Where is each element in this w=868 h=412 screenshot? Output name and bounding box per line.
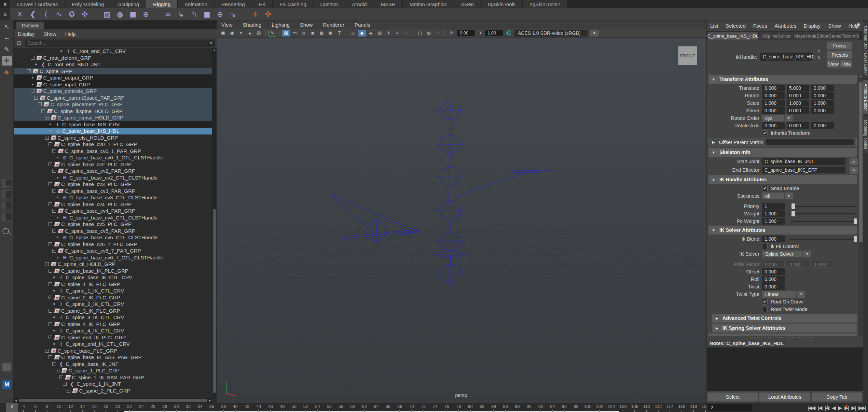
paint-skin-weights-icon[interactable]: ◍ <box>115 10 125 19</box>
scale-z-field[interactable]: 1.000 <box>811 100 834 106</box>
frame-tick-label[interactable]: 114 <box>666 404 674 409</box>
frame-tick-label[interactable]: 6 <box>34 404 37 409</box>
weight-field[interactable]: 1.000 <box>762 210 785 217</box>
section-skeleton-info[interactable]: ▼Skeleton Info <box>708 148 857 157</box>
aim-constraint-icon[interactable]: ⊕ <box>215 10 225 19</box>
frame-tick-label[interactable]: 98 <box>574 404 578 409</box>
tree-item-c-spine-base-cv2-par-grp[interactable]: −➤C_spine_base_cv2_PAR_GRP <box>14 168 212 174</box>
frame-tick-label[interactable]: 68 <box>397 404 402 409</box>
scroll-up-icon[interactable]: ▲ <box>212 48 217 52</box>
tree-item-c-spine-1-plc-grp[interactable]: −➤C_spine_1_PLC_GRP <box>14 367 212 374</box>
frame-tick-label[interactable]: 2 <box>11 404 13 409</box>
frame-tick-label[interactable]: 86 <box>503 404 508 409</box>
pin-icon[interactable] <box>856 23 860 28</box>
shelf-tab-ngskintools2[interactable]: ngSkinTools2 <box>523 0 567 8</box>
roll-field[interactable]: 0.000 <box>762 276 785 283</box>
frame-tick-label[interactable]: 38 <box>221 404 226 409</box>
section-ik-handle-attributes[interactable]: ▼IK Handle Attributes <box>708 175 857 184</box>
frame-tick-label[interactable]: 100 <box>584 404 592 409</box>
hscroll-thumb[interactable] <box>19 399 207 402</box>
front-camera-plane[interactable]: FRONT <box>678 46 697 65</box>
layout-preset-icon[interactable] <box>2 190 11 198</box>
tree-item-c-spine-base-cv6-7-par-grp[interactable]: −➤C_spine_base_cv6_7_PAR_GRP <box>14 247 212 254</box>
select-tool-icon[interactable]: ↖ <box>2 22 12 32</box>
tree-item-c-spine-end-ik-ctl-crv[interactable]: ≀C_spine_end_IK_CTL_CRV <box>14 341 212 347</box>
tree-item-c-spine-1-ik-plc-grp[interactable]: −➤C_spine_1_IK_PLC_GRP <box>14 281 212 288</box>
translate-y-field[interactable]: 5.000 <box>787 85 809 91</box>
frame-tick-label[interactable]: 60 <box>350 404 355 409</box>
expander-icon[interactable]: − <box>49 142 52 146</box>
menu-hamburger-icon[interactable]: ≡ <box>0 0 10 8</box>
tree-item-c-spine-output-grp[interactable]: ➤C_spine_output_GRP <box>14 74 212 81</box>
image-plane-icon[interactable]: ▤ <box>255 30 263 37</box>
shelf-tab-xgen[interactable]: XGen <box>454 0 481 8</box>
view-transform-caret-icon[interactable]: ▼ <box>590 30 599 37</box>
viewport-menu-lighting[interactable]: Lighting <box>272 22 290 28</box>
step-forward-key-button[interactable]: ▶| <box>844 405 849 411</box>
soft-mod-icon[interactable]: ◈ <box>2 67 12 77</box>
expander-icon[interactable]: − <box>63 382 67 386</box>
snap-enable-checkbox[interactable]: ✔ <box>762 186 768 191</box>
frame-tick-label[interactable]: 76 <box>444 404 449 409</box>
tree-item-c-spine-base-ik-jnt[interactable]: −❮C_spine_base_IK_JNT <box>14 361 212 368</box>
expander-icon[interactable]: − <box>38 102 42 106</box>
hide-button[interactable]: Hide <box>840 60 852 68</box>
move-tool-icon[interactable]: ✛ <box>2 56 12 66</box>
shelf-tab-rendering[interactable]: Rendering <box>215 0 252 8</box>
tree-item-c-spine-1-ik-jnt[interactable]: −❮C_spine_1_IK_JNT <box>14 381 212 387</box>
ik-solver-dropdown[interactable]: Spline Solver <box>762 251 802 257</box>
tree-item-c-spine-base-cv2-ctl-clsthandle[interactable]: ⊕C_spine_base_cv2_CTL_CLSTHandle <box>14 174 212 181</box>
section-transform-attributes[interactable]: ▼Transform Attributes <box>708 75 857 84</box>
film-gate-icon[interactable]: ▭ <box>291 30 299 37</box>
presets-button[interactable]: Presets <box>827 51 852 59</box>
load-next-icon[interactable]: ↳ <box>816 55 822 60</box>
frame-tick-label[interactable]: 58 <box>339 404 343 409</box>
shelf-tab-sculpting[interactable]: Sculpting <box>111 0 146 8</box>
frame-tick-label[interactable]: 26 <box>151 404 155 409</box>
tree-item-c-spine-base-cv5-par-grp[interactable]: −➤C_spine_base_cv5_PAR_GRP <box>14 228 212 235</box>
frame-tick-label[interactable]: 90 <box>526 404 531 409</box>
tree-item-c-spine-base-cv5-plc-grp[interactable]: −➤C_spine_base_cv5_PLC_GRP <box>14 221 212 228</box>
lock-camera-icon[interactable]: ◉ <box>228 30 236 37</box>
point-constraint-icon[interactable]: ↳ <box>176 10 186 19</box>
play-backwards-button[interactable]: ◀ <box>831 405 836 411</box>
stickiness-dropdown[interactable]: off <box>762 193 784 199</box>
ae-menu-display[interactable]: Display <box>804 23 821 29</box>
exposure-icon[interactable]: ⟳ <box>447 30 455 37</box>
frame-tick-label[interactable]: 64 <box>374 404 378 409</box>
rotate-axis-x-field[interactable]: 0.000 <box>762 122 785 129</box>
weight-slider[interactable] <box>790 211 856 217</box>
frame-tick-label[interactable]: 4 <box>23 404 25 409</box>
frame-tick-label[interactable]: 40 <box>233 404 237 409</box>
parent-constraint-icon[interactable]: ∞ <box>163 10 173 19</box>
load-previous-icon[interactable]: ↰ <box>816 49 822 54</box>
outliner-hscrollbar[interactable]: ◀ ▶ <box>14 398 212 403</box>
ae-menu-attributes[interactable]: Attributes <box>775 23 796 29</box>
ae-menu-show[interactable]: Show <box>828 23 841 29</box>
frame-tick-label[interactable]: 112 <box>655 404 662 409</box>
tree-item-c-spine-base-cv5-ctl-clsthandle[interactable]: ⊕C_spine_base_cv5_CTL_CLSTHandle <box>14 234 212 241</box>
frame-tick-label[interactable]: 116 <box>678 404 685 409</box>
side-tab-attribute-editor[interactable]: Attribute Editor <box>863 80 868 114</box>
go-to-end-button[interactable]: ▶▶| <box>858 405 866 411</box>
ik-fk-control-checkbox[interactable] <box>762 244 768 249</box>
expander-icon[interactable]: − <box>49 182 52 186</box>
ik-blend-slider[interactable] <box>790 236 856 242</box>
show-button[interactable]: Show <box>827 60 839 68</box>
inherits-transform-checkbox[interactable]: ✔ <box>762 130 768 136</box>
maya-m-logo[interactable]: M <box>2 380 11 389</box>
expander-icon[interactable]: − <box>52 149 56 153</box>
search-dropdown-icon[interactable]: ▼ <box>208 41 215 45</box>
frame-tick-label[interactable]: 54 <box>315 404 320 409</box>
tree-item-c-spine-base-ik-ctl-crv[interactable]: ≀C_spine_base_IK_CTL_CRV <box>14 274 212 281</box>
expander-icon[interactable]: − <box>45 349 49 353</box>
focus-button[interactable]: Focus <box>827 42 852 49</box>
section-offset-parent-matrix[interactable]: ▶Offset Parent Matrix <box>708 138 857 146</box>
priority-slider[interactable] <box>790 203 856 209</box>
expander-icon[interactable]: − <box>59 375 63 379</box>
shear-x-field[interactable]: 0.000 <box>762 107 785 114</box>
scale-constraint-icon[interactable]: ▣ <box>202 10 212 19</box>
step-forward-frame-button[interactable]: ▶| <box>851 405 856 411</box>
tree-item-c-spine-base-ik-plc-grp[interactable]: −➤C_spine_base_IK_PLC_GRP <box>14 268 212 274</box>
frame-tick-label[interactable]: 22 <box>127 404 132 409</box>
